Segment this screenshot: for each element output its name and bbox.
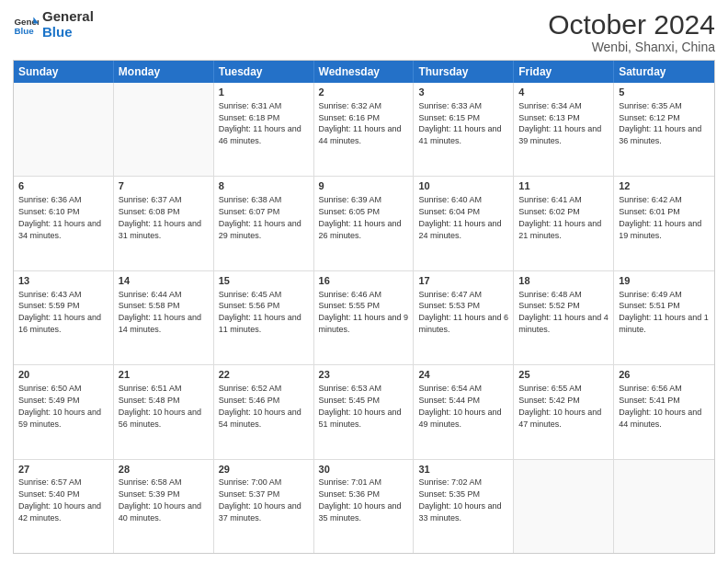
header-monday: Monday	[114, 61, 214, 83]
calendar-cell-1-2	[114, 83, 214, 176]
calendar-cell-3-4: 16Sunrise: 6:46 AMSunset: 5:55 PMDayligh…	[314, 271, 415, 364]
daylight: Daylight: 11 hours and 1 minute.	[619, 313, 709, 334]
daylight: Daylight: 10 hours and 51 minutes.	[319, 408, 402, 429]
calendar-cell-5-7	[614, 460, 714, 553]
calendar-header: Sunday Monday Tuesday Wednesday Thursday…	[14, 61, 714, 83]
day-number: 20	[18, 368, 108, 382]
day-number: 29	[219, 463, 309, 477]
calendar-cell-4-7: 26Sunrise: 6:56 AMSunset: 5:41 PMDayligh…	[614, 365, 714, 458]
sunset: Sunset: 5:42 PM	[518, 396, 580, 405]
calendar-cell-5-6	[514, 460, 614, 553]
calendar-cell-5-2: 28Sunrise: 6:58 AMSunset: 5:39 PMDayligh…	[114, 460, 214, 553]
day-number: 27	[18, 463, 108, 477]
day-number: 28	[119, 463, 209, 477]
daylight: Daylight: 11 hours and 24 minutes.	[418, 219, 501, 240]
day-number: 24	[418, 368, 508, 382]
sunset: Sunset: 5:39 PM	[119, 489, 180, 499]
daylight: Daylight: 10 hours and 56 minutes.	[119, 408, 201, 429]
day-number: 31	[418, 463, 508, 477]
location: Wenbi, Shanxi, China	[548, 40, 715, 54]
logo-general-text: General	[42, 9, 94, 25]
logo-icon: General Blue	[13, 12, 39, 38]
sunrise: Sunrise: 7:01 AM	[319, 477, 382, 487]
calendar-cell-4-2: 21Sunrise: 6:51 AMSunset: 5:48 PMDayligh…	[114, 365, 214, 458]
daylight: Daylight: 11 hours and 26 minutes.	[319, 219, 402, 240]
sunset: Sunset: 5:59 PM	[18, 301, 80, 310]
sunset: Sunset: 5:52 PM	[518, 301, 580, 310]
day-number: 19	[619, 274, 710, 288]
calendar-cell-4-3: 22Sunrise: 6:52 AMSunset: 5:46 PMDayligh…	[214, 365, 314, 458]
title-block: October 2024 Wenbi, Shanxi, China	[548, 9, 715, 54]
sunrise: Sunrise: 6:43 AM	[18, 290, 82, 299]
calendar-cell-1-4: 2Sunrise: 6:32 AMSunset: 6:16 PMDaylight…	[314, 83, 415, 176]
sunset: Sunset: 6:08 PM	[119, 207, 180, 216]
day-number: 2	[319, 86, 409, 99]
calendar-body: 1Sunrise: 6:31 AMSunset: 6:18 PMDaylight…	[14, 83, 714, 553]
sunset: Sunset: 5:44 PM	[418, 396, 480, 405]
sunrise: Sunrise: 7:02 AM	[418, 477, 482, 487]
header-thursday: Thursday	[414, 61, 514, 83]
sunset: Sunset: 5:58 PM	[119, 301, 180, 310]
day-number: 5	[619, 86, 710, 99]
day-number: 23	[319, 368, 409, 382]
calendar-cell-3-7: 19Sunrise: 6:49 AMSunset: 5:51 PMDayligh…	[614, 271, 714, 364]
sunrise: Sunrise: 6:42 AM	[619, 195, 682, 204]
logo: General Blue General Blue	[13, 9, 94, 40]
sunrise: Sunrise: 6:57 AM	[18, 477, 82, 487]
daylight: Daylight: 11 hours and 19 minutes.	[619, 219, 701, 240]
sunset: Sunset: 6:13 PM	[518, 113, 580, 122]
header-friday: Friday	[514, 61, 614, 83]
calendar-cell-2-5: 10Sunrise: 6:40 AMSunset: 6:04 PMDayligh…	[414, 177, 514, 270]
calendar-cell-5-5: 31Sunrise: 7:02 AMSunset: 5:35 PMDayligh…	[414, 460, 514, 553]
day-number: 8	[219, 179, 309, 193]
calendar-week-2: 6Sunrise: 6:36 AMSunset: 6:10 PMDaylight…	[14, 177, 714, 270]
daylight: Daylight: 10 hours and 35 minutes.	[319, 501, 402, 523]
sunrise: Sunrise: 6:45 AM	[219, 290, 282, 299]
sunrise: Sunrise: 6:52 AM	[219, 384, 282, 393]
calendar-cell-2-6: 11Sunrise: 6:41 AMSunset: 6:02 PMDayligh…	[514, 177, 614, 270]
header-sunday: Sunday	[14, 61, 114, 83]
sunrise: Sunrise: 6:44 AM	[119, 290, 182, 299]
day-number: 7	[119, 179, 209, 193]
day-number: 1	[219, 86, 309, 99]
svg-text:Blue: Blue	[14, 25, 34, 35]
calendar-cell-3-2: 14Sunrise: 6:44 AMSunset: 5:58 PMDayligh…	[114, 271, 214, 364]
day-number: 25	[518, 368, 609, 382]
sunset: Sunset: 6:18 PM	[219, 113, 280, 122]
sunset: Sunset: 5:55 PM	[319, 301, 381, 310]
sunrise: Sunrise: 6:48 AM	[518, 290, 582, 299]
daylight: Daylight: 11 hours and 16 minutes.	[18, 313, 101, 334]
day-number: 18	[518, 274, 609, 288]
day-number: 4	[518, 86, 609, 99]
sunset: Sunset: 6:16 PM	[319, 113, 381, 122]
sunset: Sunset: 5:49 PM	[18, 396, 80, 405]
calendar-cell-3-6: 18Sunrise: 6:48 AMSunset: 5:52 PMDayligh…	[514, 271, 614, 364]
day-number: 21	[119, 368, 209, 382]
sunrise: Sunrise: 6:49 AM	[619, 290, 682, 299]
day-number: 15	[219, 274, 309, 288]
sunrise: Sunrise: 7:00 AM	[219, 477, 282, 487]
calendar-cell-2-4: 9Sunrise: 6:39 AMSunset: 6:05 PMDaylight…	[314, 177, 415, 270]
sunrise: Sunrise: 6:34 AM	[518, 101, 582, 110]
daylight: Daylight: 10 hours and 47 minutes.	[518, 408, 601, 429]
sunrise: Sunrise: 6:58 AM	[119, 477, 182, 487]
sunrise: Sunrise: 6:32 AM	[319, 101, 382, 110]
sunset: Sunset: 6:05 PM	[319, 207, 381, 216]
header-tuesday: Tuesday	[214, 61, 314, 83]
day-number: 26	[619, 368, 710, 382]
sunrise: Sunrise: 6:36 AM	[18, 195, 82, 204]
calendar-cell-4-4: 23Sunrise: 6:53 AMSunset: 5:45 PMDayligh…	[314, 365, 415, 458]
sunset: Sunset: 5:51 PM	[619, 301, 680, 310]
sunset: Sunset: 5:45 PM	[319, 396, 381, 405]
daylight: Daylight: 10 hours and 59 minutes.	[18, 408, 101, 429]
sunrise: Sunrise: 6:33 AM	[418, 101, 482, 110]
calendar-week-4: 20Sunrise: 6:50 AMSunset: 5:49 PMDayligh…	[14, 365, 714, 459]
calendar-cell-5-1: 27Sunrise: 6:57 AMSunset: 5:40 PMDayligh…	[14, 460, 114, 553]
daylight: Daylight: 11 hours and 34 minutes.	[18, 219, 101, 240]
day-number: 9	[319, 179, 409, 193]
sunset: Sunset: 6:15 PM	[418, 113, 480, 122]
sunset: Sunset: 6:04 PM	[418, 207, 480, 216]
header-wednesday: Wednesday	[314, 61, 415, 83]
header-saturday: Saturday	[614, 61, 714, 83]
logo-blue-text: Blue	[42, 25, 94, 40]
